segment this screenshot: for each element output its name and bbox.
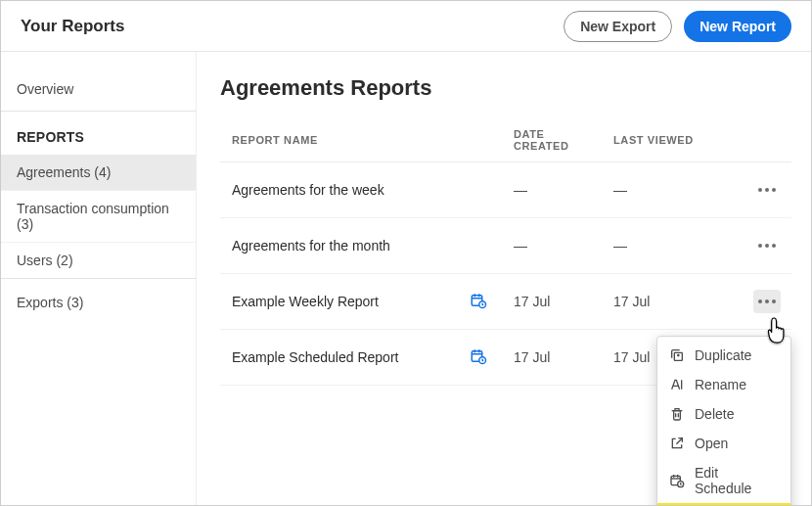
menu-item-label: Edit Schedule <box>695 465 779 496</box>
col-header-last-viewed[interactable]: LAST VIEWED <box>604 118 744 162</box>
sidebar-item-agreements[interactable]: Agreements (4) <box>1 155 196 191</box>
cell-last-viewed: — <box>604 162 744 218</box>
new-export-button[interactable]: New Export <box>564 11 672 42</box>
table-row[interactable]: Example Weekly Report 17 Jul 17 Jul <box>220 274 791 330</box>
cell-date-created: 17 Jul <box>504 330 604 386</box>
duplicate-icon <box>669 347 685 363</box>
menu-item-label: Delete <box>695 406 734 422</box>
calendar-clock-icon <box>470 292 487 309</box>
cell-name: Agreements for the week <box>220 162 460 218</box>
col-header-icon <box>460 118 504 162</box>
cell-schedule-icon <box>460 274 504 330</box>
new-report-button[interactable]: New Report <box>684 11 791 42</box>
col-header-name[interactable]: REPORT NAME <box>220 118 460 162</box>
cell-schedule-icon <box>460 218 504 274</box>
sidebar-item-transaction-consumption[interactable]: Transaction consumption (3) <box>1 191 196 243</box>
more-icon <box>758 188 776 192</box>
cell-name: Example Scheduled Report <box>220 330 460 386</box>
col-header-actions <box>744 118 791 162</box>
page-title: Your Reports <box>21 17 124 36</box>
header-actions: New Export New Report <box>564 11 791 42</box>
sidebar: Overview REPORTS Agreements (4) Transact… <box>1 52 197 505</box>
col-header-date-created[interactable]: DATE CREATED <box>504 118 604 162</box>
menu-item-label: Open <box>695 436 728 451</box>
menu-item-open[interactable]: Open <box>657 429 790 458</box>
main-content: Agreements Reports REPORT NAME DATE CREA… <box>197 52 811 505</box>
cell-schedule-icon <box>460 162 504 218</box>
cell-date-created: — <box>504 218 604 274</box>
menu-item-label: Rename <box>695 377 746 392</box>
table-row[interactable]: Agreements for the week — — <box>220 162 791 218</box>
menu-item-duplicate[interactable]: Duplicate <box>657 341 790 370</box>
cell-date-created: 17 Jul <box>504 274 604 330</box>
main-title: Agreements Reports <box>220 75 791 101</box>
row-actions-menu: Duplicate Rename Delete Open Edit Schedu… <box>656 336 791 506</box>
cell-name: Agreements for the month <box>220 218 460 274</box>
calendar-clock-icon <box>669 473 685 488</box>
cell-last-viewed: 17 Jul <box>604 274 744 330</box>
cell-last-viewed: — <box>604 218 744 274</box>
more-icon <box>758 244 776 248</box>
open-icon <box>669 436 685 451</box>
row-actions-button[interactable] <box>753 234 781 257</box>
cell-name: Example Weekly Report <box>220 274 460 330</box>
cell-date-created: — <box>504 162 604 218</box>
table-row[interactable]: Agreements for the month — — <box>220 218 791 274</box>
menu-item-label: Duplicate <box>695 347 751 363</box>
sidebar-item-overview[interactable]: Overview <box>1 68 196 112</box>
more-icon <box>758 299 776 303</box>
header: Your Reports New Export New Report <box>1 1 811 52</box>
trash-icon <box>669 406 685 422</box>
svg-rect-4 <box>674 352 682 360</box>
calendar-clock-icon <box>470 347 487 365</box>
rename-icon <box>669 377 685 392</box>
body: Overview REPORTS Agreements (4) Transact… <box>1 52 811 505</box>
cell-schedule-icon <box>460 330 504 386</box>
row-actions-button[interactable] <box>753 178 781 202</box>
sidebar-item-users[interactable]: Users (2) <box>1 243 196 279</box>
sidebar-item-exports[interactable]: Exports (3) <box>1 285 196 320</box>
menu-item-edit-schedule[interactable]: Edit Schedule <box>657 458 790 503</box>
menu-item-rename[interactable]: Rename <box>657 370 790 399</box>
menu-item-delete[interactable]: Delete <box>657 399 790 429</box>
row-actions-button[interactable] <box>753 290 781 313</box>
sidebar-section-reports: REPORTS <box>1 112 196 155</box>
app-window: Your Reports New Export New Report Overv… <box>0 0 812 506</box>
